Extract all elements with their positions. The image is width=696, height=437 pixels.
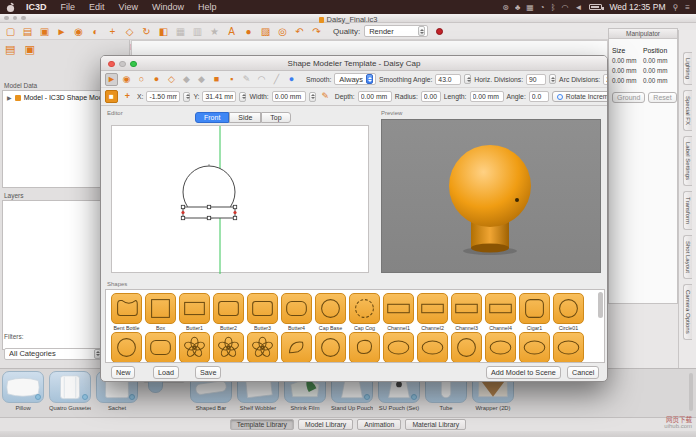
- new-file-icon[interactable]: ▢: [4, 26, 17, 37]
- smoothing-angle-stepper-icon[interactable]: [464, 74, 471, 84]
- shape-tile-row2-3[interactable]: [179, 332, 210, 363]
- polygon-tool-icon[interactable]: ◇: [165, 73, 178, 86]
- x-stepper-icon[interactable]: [183, 92, 190, 102]
- dialog-zoom-icon[interactable]: [130, 61, 137, 68]
- select-cursor-icon[interactable]: ►: [55, 26, 68, 37]
- shape-tile-channel2[interactable]: [417, 293, 448, 324]
- pen-tool-icon[interactable]: ✎: [240, 73, 253, 86]
- notification-center-icon[interactable]: ≡: [685, 3, 690, 12]
- tab-template-library[interactable]: Template Library: [230, 419, 294, 430]
- save-button[interactable]: Save: [195, 366, 221, 379]
- preview-viewport[interactable]: [381, 119, 601, 273]
- node-tool-icon[interactable]: ●: [150, 73, 163, 86]
- editor-tab-front[interactable]: Front: [195, 112, 229, 123]
- editor-tab-top[interactable]: Top: [261, 112, 290, 123]
- shape-tile-circle01[interactable]: [553, 293, 584, 324]
- undo-icon[interactable]: ↶: [293, 26, 306, 37]
- align-tool-icon[interactable]: ▥: [191, 26, 204, 37]
- shape-tile-cap-base[interactable]: [315, 293, 346, 324]
- side-tab-transform[interactable]: Transform: [683, 191, 692, 230]
- shape-tile-butter1[interactable]: [179, 293, 210, 324]
- tab-material-library[interactable]: Material Library: [405, 419, 466, 430]
- dialog-close-icon[interactable]: [108, 61, 115, 68]
- tab-animation[interactable]: Animation: [357, 419, 401, 430]
- shape-tile-butter3[interactable]: [247, 293, 278, 324]
- editor-canvas[interactable]: [111, 125, 369, 273]
- template-thumbnail[interactable]: [2, 371, 44, 403]
- shelf-scrollbar[interactable]: [689, 373, 693, 411]
- menu-item-view[interactable]: View: [112, 0, 145, 14]
- folder-add-icon[interactable]: ▣: [24, 43, 34, 56]
- side-tab-shot-layout[interactable]: Shot Layout: [683, 235, 692, 279]
- zoom-tool-icon[interactable]: ◉: [72, 26, 85, 37]
- editor-tab-side[interactable]: Side: [229, 112, 261, 123]
- shape-tile-channel3[interactable]: [451, 293, 482, 324]
- shape-tile-row2-13[interactable]: [519, 332, 550, 363]
- point-tool-icon[interactable]: ▪: [225, 73, 238, 86]
- new-button[interactable]: New: [111, 366, 135, 379]
- text-tool-icon[interactable]: A: [225, 26, 238, 37]
- shape-tile-row2-5[interactable]: [247, 332, 278, 363]
- shape-tile-row2-14[interactable]: [553, 332, 584, 363]
- dialog-minimize-icon[interactable]: [119, 61, 126, 68]
- y-stepper-icon[interactable]: [239, 92, 246, 102]
- shape-tile-cigar1[interactable]: [519, 293, 550, 324]
- shape-tile-row2-8[interactable]: [349, 332, 380, 363]
- wifi-icon[interactable]: ◠: [561, 3, 568, 12]
- dialog-titlebar[interactable]: Shape Modeler Template - Daisy Cap: [101, 56, 607, 71]
- side-tab-camera-options[interactable]: Camera Options: [683, 284, 692, 340]
- quality-stepper-icon[interactable]: [418, 26, 425, 36]
- shape-tile-channel4[interactable]: [485, 293, 516, 324]
- transform-tool-icon[interactable]: ◇: [123, 26, 136, 37]
- disclosure-triangle-icon[interactable]: ▶: [7, 94, 12, 101]
- shape-tile-row2-9[interactable]: [383, 332, 414, 363]
- arc-divisions-field[interactable]: [603, 74, 608, 85]
- y-field[interactable]: [202, 91, 236, 102]
- shape-tile-box[interactable]: [145, 293, 176, 324]
- menu-clock[interactable]: Wed 12:35 PM: [609, 2, 665, 12]
- magnet-tool-icon[interactable]: ●: [285, 73, 298, 86]
- star-tool-icon[interactable]: ★: [208, 26, 221, 37]
- shape-tile-butter2[interactable]: [213, 293, 244, 324]
- zoom-out-icon[interactable]: ○: [135, 73, 148, 86]
- shape-tile-row2-4[interactable]: [213, 332, 244, 363]
- add-model-to-scene-button[interactable]: Add Model to Scene: [486, 366, 561, 379]
- filters-select[interactable]: All Categories: [4, 348, 104, 360]
- status-app-icon[interactable]: ♣: [515, 3, 520, 12]
- menu-item-edit[interactable]: Edit: [82, 0, 112, 14]
- spotlight-icon[interactable]: ⚲: [672, 3, 678, 12]
- camera-icon[interactable]: ◎: [276, 26, 289, 37]
- smooth-select[interactable]: Always: [334, 73, 376, 85]
- shapes-scrollbar[interactable]: [598, 292, 603, 318]
- horiz-divisions-stepper-icon[interactable]: [549, 74, 556, 84]
- move-tool-icon[interactable]: +: [106, 26, 119, 37]
- reset-button[interactable]: Reset: [648, 92, 676, 103]
- add-point-button[interactable]: +: [121, 90, 134, 103]
- shape-tile-row2-7[interactable]: [315, 332, 346, 363]
- angle-field[interactable]: [529, 91, 549, 102]
- hand-tool-icon[interactable]: ◆: [180, 73, 193, 86]
- record-icon[interactable]: [436, 28, 443, 35]
- menu-item-window[interactable]: Window: [145, 0, 191, 14]
- menu-item-file[interactable]: File: [54, 0, 83, 14]
- length-field[interactable]: [470, 91, 504, 102]
- depth-field[interactable]: [358, 91, 392, 102]
- menu-item-help[interactable]: Help: [191, 0, 224, 14]
- shape-tile-row2-12[interactable]: [485, 332, 516, 363]
- shape-mode-button[interactable]: ■: [105, 90, 118, 103]
- fill-square-icon[interactable]: ■: [210, 73, 223, 86]
- side-tab-lighting[interactable]: Lighting: [683, 52, 692, 85]
- rotate-tool-icon[interactable]: ↻: [140, 26, 153, 37]
- side-tab-label-settings[interactable]: Label Settings: [683, 136, 692, 186]
- menu-item-ic3d[interactable]: IC3D: [19, 0, 54, 14]
- mirror-tool-icon[interactable]: ◧: [157, 26, 170, 37]
- shape-tile-cap-cog[interactable]: [349, 293, 380, 324]
- folder-icon[interactable]: ▤: [5, 43, 15, 56]
- template-thumbnail[interactable]: [49, 371, 91, 403]
- load-button[interactable]: Load: [153, 366, 179, 379]
- fill-tool-icon[interactable]: ◐: [89, 26, 102, 37]
- crop-tool-icon[interactable]: ▦: [174, 26, 187, 37]
- arc-tool-icon[interactable]: ◠: [255, 73, 268, 86]
- smoothing-angle-field[interactable]: [435, 74, 461, 85]
- sync-icon[interactable]: ◔: [540, 3, 545, 12]
